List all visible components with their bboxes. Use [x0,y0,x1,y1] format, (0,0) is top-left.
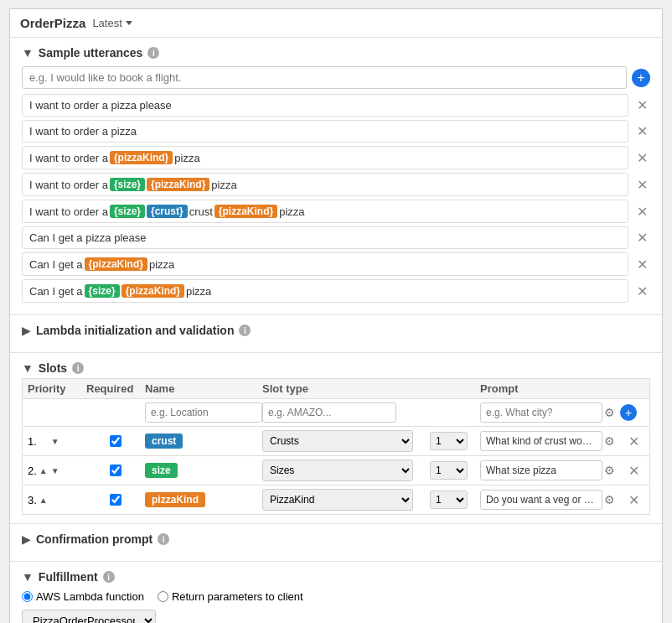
slot-name-tag: size [145,463,178,478]
priority-number: 3. [28,494,37,506]
required-cell [86,435,145,447]
utterance-row: Can I get a {size} {pizzaKind} pizza✕ [22,279,650,303]
remove-utterance-button[interactable]: ✕ [633,149,650,166]
move-down-button[interactable]: ▼ [50,465,60,476]
return-option-label: Return parameters to client [172,590,303,603]
utterance-row: I want to order a {size} {crust} crust {… [22,200,650,223]
info-icon: i [147,47,159,59]
prompt-text: Do you want a veg or chees [480,490,602,510]
remove-utterance-button[interactable]: ✕ [633,123,650,140]
utterance-input-row: + [22,66,650,89]
remove-utterance-button[interactable]: ✕ [633,230,650,247]
section-title: Sample utterances [39,46,143,60]
slot-row: 3.▲pizzaKindPizzaKind1Do you want a veg … [22,485,650,515]
sample-utterances-section: ▼ Sample utterances i + I want to order … [10,38,662,315]
slot-tag-pizzaKind: {pizzaKind} [121,284,184,298]
slot-type-cell: Crusts [262,430,430,452]
remove-slot-button[interactable]: ✕ [625,491,642,508]
required-checkbox[interactable] [110,465,121,476]
slots-info-icon: i [72,362,84,374]
slot-type-select[interactable]: Crusts [262,430,413,452]
move-down-button[interactable]: ▼ [50,436,60,447]
slot-type-select[interactable]: PizzaKind [262,489,413,511]
return-radio[interactable] [158,591,168,602]
required-col-header: Required [86,382,145,395]
remove-slot-button[interactable]: ✕ [625,462,642,479]
required-cell [86,494,145,506]
remove-utterance-button[interactable]: ✕ [633,283,650,299]
fulfillment-toggle: ▼ [22,570,34,584]
page-title: OrderPizza [20,16,85,30]
row-settings-button[interactable]: ⚙ [602,491,617,508]
version-cell: 1 [430,432,480,450]
required-checkbox[interactable] [110,435,121,447]
fulfillment-info-icon: i [103,571,115,583]
utterance-row: I want to order a pizza please✕ [22,94,650,117]
version-select[interactable]: 1 [430,432,468,450]
row-settings-button[interactable]: ⚙ [602,462,617,479]
utterance-input[interactable] [22,66,627,89]
confirmation-toggle: ▶ [22,532,31,546]
function-select[interactable]: PizzaOrderProcessor [22,610,156,623]
slots-header[interactable]: ▼ Slots i [22,361,650,375]
fulfillment-header[interactable]: ▼ Fulfillment i [22,570,650,584]
lambda-header[interactable]: ▶ Lambda initialization and validation i [22,324,650,337]
row-actions: ⚙✕ [602,462,644,479]
row-actions: ⚙✕ [602,433,644,449]
required-checkbox[interactable] [110,494,121,506]
version-badge[interactable]: Latest [92,17,132,29]
slot-row: 1.▼crustCrusts1What kind of crust would … [22,427,650,456]
version-select[interactable]: 1 [430,461,468,480]
slot-tag-size: {size} [110,205,145,218]
slot-tag-crust: {crust} [147,205,188,218]
sample-utterances-header[interactable]: ▼ Sample utterances i [22,46,650,60]
row-settings-button[interactable]: ⚙ [602,433,617,449]
add-slot-button[interactable]: + [620,404,637,421]
version-cell: 1 [430,461,480,480]
slot-prompt-input[interactable] [480,402,602,423]
collapse-toggle: ▼ [22,46,34,60]
slots-title: Slots [39,361,67,375]
remove-slot-button[interactable]: ✕ [625,433,642,449]
priority-cell: 2.▲▼ [28,465,86,477]
utterance-row: Can I get a {pizzaKind} pizza✕ [22,252,650,276]
utterance-text: I want to order a {size} {crust} crust {… [22,200,628,223]
utterance-text: Can I get a {pizzaKind} pizza [22,252,628,276]
priority-number: 1. [28,435,37,448]
prompt-cell: What kind of crust would you [480,431,602,451]
move-up-button[interactable]: ▲ [39,495,49,506]
lambda-option[interactable]: AWS Lambda function [22,590,144,603]
utterance-text: I want to order a {size} {pizzaKind} piz… [22,173,628,196]
utterance-text: I want to order a {pizzaKind} pizza [22,146,628,169]
lambda-section: ▶ Lambda initialization and validation i [10,315,662,353]
settings-button[interactable]: ⚙ [602,404,617,421]
utterance-text: I want to order a pizza [22,120,628,143]
slots-section: ▼ Slots i Priority Required Name Slot ty… [10,353,662,524]
slot-type-select[interactable]: Sizes [262,459,413,481]
version-cell: 1 [430,491,480,509]
slot-tag-pizzaKind: {pizzaKind} [85,257,147,271]
remove-utterance-button[interactable]: ✕ [633,256,650,273]
add-utterance-button[interactable]: + [632,69,650,87]
name-cell: size [145,463,262,478]
name-cell: crust [145,434,262,449]
move-up-button[interactable]: ▲ [39,465,49,476]
slot-tag-size: {size} [85,284,120,298]
confirmation-header[interactable]: ▶ Confirmation prompt i [22,532,650,546]
slots-toggle: ▼ [22,361,34,375]
priority-cell: 3.▲ [28,494,86,506]
version-select[interactable]: 1 [430,491,468,509]
slot-name-input[interactable] [145,402,262,423]
collapse-toggle-lambda: ▶ [22,324,31,337]
name-col-header: Name [145,382,262,395]
utterances-list: I want to order a pizza please✕I want to… [22,94,650,303]
prompt-text: What kind of crust would you [480,431,602,451]
slot-type-input[interactable] [262,402,396,423]
remove-utterance-button[interactable]: ✕ [633,176,650,193]
slot-tag-pizzaKind: {pizzaKind} [110,151,173,164]
remove-utterance-button[interactable]: ✕ [633,97,650,114]
prompt-cell: Do you want a veg or chees [480,490,602,510]
lambda-radio[interactable] [22,591,33,602]
return-option[interactable]: Return parameters to client [158,590,303,603]
remove-utterance-button[interactable]: ✕ [633,203,650,220]
